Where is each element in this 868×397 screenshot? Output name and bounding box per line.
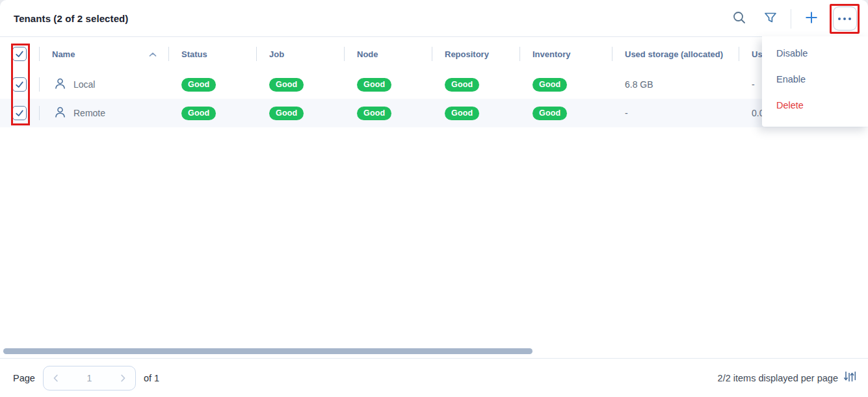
select-all-cell — [0, 47, 39, 61]
tenants-page: Tenants (2 of 2 selected) — [0, 0, 868, 397]
tenant-name-cell: Local — [39, 70, 168, 99]
menu-item-delete[interactable]: Delete — [762, 92, 868, 118]
column-header-job[interactable]: Job — [256, 49, 344, 59]
row-checkbox-local[interactable] — [12, 77, 27, 92]
used-storage-value: - — [612, 108, 739, 118]
job-badge: Good — [269, 78, 304, 92]
filter-button[interactable] — [758, 6, 783, 31]
column-header-name[interactable]: Name — [39, 49, 168, 59]
sort-ascending-icon — [149, 49, 157, 59]
search-icon — [732, 10, 746, 27]
row-checkbox-remote[interactable] — [12, 106, 27, 120]
column-header-node[interactable]: Node — [344, 49, 432, 59]
more-actions-menu: Disable Enable Delete — [762, 36, 868, 127]
select-all-checkbox[interactable] — [12, 47, 27, 61]
job-badge: Good — [269, 107, 304, 120]
footer: Page 1 of 1 2/2 items displayed per page — [0, 358, 868, 397]
pager-control: 1 — [43, 366, 136, 391]
search-button[interactable] — [727, 6, 752, 31]
tenant-icon — [53, 77, 67, 93]
items-per-page-summary: 2/2 items displayed per page — [718, 373, 838, 383]
page-label: Page — [13, 373, 35, 383]
toolbar: Tenants (2 of 2 selected) — [0, 0, 868, 37]
status-badge: Good — [181, 78, 216, 92]
inventory-badge: Good — [533, 78, 567, 92]
status-badge: Good — [181, 107, 216, 120]
footer-right: 2/2 items displayed per page — [718, 371, 868, 385]
used-storage-value: 6.8 GB — [612, 79, 739, 90]
menu-item-enable[interactable]: Enable — [762, 66, 868, 92]
column-header-repository[interactable]: Repository — [432, 49, 519, 59]
tenant-icon — [53, 105, 67, 122]
page-number-input[interactable]: 1 — [86, 373, 92, 383]
more-actions-button[interactable] — [833, 6, 857, 31]
column-header-status[interactable]: Status — [168, 49, 256, 59]
node-badge: Good — [357, 78, 391, 92]
repository-badge: Good — [445, 107, 479, 120]
inventory-badge: Good — [533, 107, 567, 120]
plus-icon — [804, 10, 819, 27]
horizontal-scrollbar-track[interactable] — [0, 346, 868, 356]
toolbar-divider — [791, 9, 791, 29]
menu-item-disable[interactable]: Disable — [762, 40, 868, 66]
column-header-inventory[interactable]: Inventory — [519, 49, 612, 59]
page-count-label: of 1 — [144, 373, 159, 383]
table-header-row: Name Status Job Node Repository Inventor… — [0, 38, 868, 70]
filter-funnel-icon — [763, 10, 778, 27]
node-badge: Good — [357, 107, 391, 120]
table-row-local[interactable]: Local Good Good Good Good Good 6.8 GB - — [0, 70, 868, 99]
page-title: Tenants (2 of 2 selected) — [0, 13, 128, 24]
column-header-used-storage[interactable]: Used storage (allocated) — [612, 49, 739, 59]
toolbar-actions — [727, 0, 859, 37]
table-row-remote[interactable]: Remote Good Good Good Good Good - 0.0 — [0, 99, 868, 127]
next-page-button[interactable] — [118, 374, 127, 383]
previous-page-button[interactable] — [51, 374, 60, 383]
tenant-name-cell: Remote — [39, 99, 168, 127]
add-tenant-button[interactable] — [799, 6, 824, 31]
horizontal-scrollbar-thumb[interactable] — [3, 348, 533, 354]
more-actions-wrap — [830, 5, 859, 33]
items-per-page-icon[interactable] — [844, 371, 856, 385]
repository-badge: Good — [445, 78, 479, 92]
ellipsis-icon — [838, 18, 841, 20]
